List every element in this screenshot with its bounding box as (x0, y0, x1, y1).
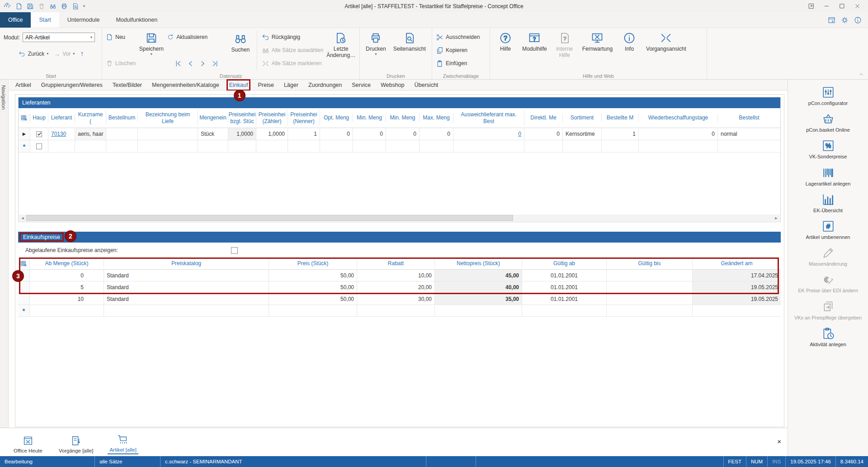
lieferant-link[interactable]: 70130 (51, 131, 66, 137)
col-direktlieferung[interactable]: Direktl. Me (524, 114, 563, 122)
scrollbar-thumb[interactable] (26, 215, 513, 221)
col-wiederbeschaffungstage[interactable]: Wiederbeschaffungstage (639, 114, 718, 122)
cell-mengenein[interactable]: Stück (198, 128, 228, 140)
taskbar-item-vorgaenge[interactable]: Vorgänge [alle] (57, 434, 95, 454)
tab-service[interactable]: Service (352, 82, 371, 88)
sidebar-item-aktivitaet-anlegen[interactable]: Aktivität anlegen (788, 327, 868, 348)
scroll-right-icon[interactable]: ► (773, 214, 780, 221)
module-help-button[interactable]: Modulhilfe (520, 31, 549, 53)
col-mengenein[interactable]: Mengenein (198, 114, 228, 122)
sidebar-item-pcon-configurator[interactable]: pCon.configurator (788, 86, 868, 106)
select-all-records-button[interactable]: Alle Sätze auswählen (262, 45, 324, 56)
col-preiseinheit-zaehler[interactable]: Preiseinhei (Zähler) (256, 110, 288, 125)
cell-opt-menge[interactable]: 0 (320, 128, 353, 140)
col-bestellte-menge[interactable]: Bestellte M (602, 114, 639, 122)
col-geaendert-am[interactable]: Geändert am (693, 259, 781, 267)
sidebar-item-pcon-basket[interactable]: pCon.basket Online (788, 112, 868, 133)
expired-prices-checkbox[interactable] (231, 247, 238, 254)
tab-laeger[interactable]: Läger (284, 82, 298, 88)
save-button[interactable]: Speichern ▾ (138, 31, 164, 57)
col-sortiment[interactable]: Sortiment (563, 114, 602, 122)
process-view-button[interactable]: Vorgangsansicht (644, 31, 689, 53)
col-min-menge-1[interactable]: Min. Meng (353, 114, 386, 122)
forward-button[interactable]: →Vor▾ (54, 48, 75, 59)
cell-preiskatalog[interactable]: Standard (104, 270, 269, 281)
delete-button[interactable]: Löschen (106, 58, 136, 69)
col-preiseinheit-stueck[interactable]: Preiseinhei bzgl. Stüc (228, 110, 256, 125)
cell-nettopreis[interactable]: 35,00 (435, 293, 522, 305)
col-gueltig-bis[interactable]: Gültig bis (607, 259, 693, 267)
haup-checkbox[interactable] (30, 128, 48, 140)
cell-bestellnum[interactable] (106, 128, 138, 140)
cell-preiskatalog[interactable]: Standard (104, 281, 269, 293)
cut-button[interactable]: Ausschneiden (436, 32, 480, 43)
delete-icon[interactable] (38, 3, 45, 10)
col-ab-menge[interactable]: Ab Menge (Stück) (30, 259, 104, 267)
col-preis[interactable]: Preis (Stück) (269, 259, 357, 267)
cell-ab-menge[interactable]: 5 (30, 281, 104, 293)
back-button[interactable]: Zurück▾ (18, 48, 49, 59)
sidebar-item-ek-uebersicht[interactable]: EK-Übersicht (788, 193, 868, 214)
undo-button[interactable]: Rückgängig (262, 32, 324, 43)
cell-ab-menge[interactable]: 0 (30, 270, 104, 281)
cell-min-menge-1[interactable]: 0 (353, 128, 386, 140)
navigation-strip[interactable]: Navigation (0, 80, 9, 428)
new-document-icon[interactable] (15, 3, 23, 10)
cell-bestellte-menge[interactable]: 1 (602, 128, 639, 140)
taskbar-item-office-heute[interactable]: Office Heute (12, 434, 44, 454)
cell-rabatt[interactable]: 20,00 (357, 281, 435, 293)
tab-artikel[interactable]: Artikel (15, 82, 31, 88)
cell-ab-menge[interactable]: 10 (30, 293, 104, 305)
col-opt-menge[interactable]: Opt. Meng (320, 114, 353, 122)
help-button[interactable]: Hilfe (494, 31, 517, 53)
tab-gruppierungen[interactable]: Gruppierungen/Weiteres (41, 82, 103, 88)
ausweichlieferant-link[interactable]: 0 (518, 131, 521, 137)
price-row-2[interactable]: 5 Standard 50,00 20,00 40,00 01.01.2001 … (18, 281, 781, 293)
einkaufspreise-new-row[interactable]: * (18, 305, 781, 317)
page-preview-icon[interactable] (72, 3, 79, 10)
scroll-left-icon[interactable]: ◄ (19, 214, 26, 221)
taskbar-item-artikel[interactable]: Artikel [alle] (108, 433, 138, 454)
col-lieferant[interactable]: Lieferant (48, 114, 75, 122)
paste-button[interactable]: Einfügen (436, 58, 480, 69)
menu-tab-start[interactable]: Start (31, 12, 59, 28)
close-module-icon[interactable]: × (777, 438, 781, 445)
refresh-button[interactable]: Aktualisieren (167, 32, 226, 43)
cell-kurzname[interactable]: aeris, haar (75, 128, 106, 140)
cell-max-menge[interactable]: 0 (420, 128, 453, 140)
tab-mengeneinheiten[interactable]: Mengeneinheiten/Kataloge (152, 82, 219, 88)
close-window-icon[interactable] (851, 1, 863, 11)
cell-sortiment[interactable]: Kernsortime (563, 128, 602, 140)
print-button[interactable]: Drucken ▾ (363, 31, 388, 57)
col-preiseinheit-nenner[interactable]: Preiseinhei (Nenner) (288, 110, 320, 125)
tab-texte-bilder[interactable]: Texte/Bilder (113, 82, 142, 88)
cell-gueltig-ab[interactable]: 01.01.2001 (522, 281, 607, 293)
print-icon[interactable] (61, 3, 68, 10)
col-kurzname[interactable]: Kurzname ( (75, 110, 106, 125)
col-nettopreis[interactable]: Nettopreis (Stück) (435, 259, 522, 267)
next-record-icon[interactable] (199, 60, 207, 67)
search-icon[interactable] (49, 3, 57, 10)
cell-gueltig-bis[interactable] (607, 270, 693, 281)
sidebar-item-artikel-umbenennen[interactable]: Artikel umbenennen (788, 219, 868, 240)
menu-tab-modulfunktionen[interactable]: Modulfunktionen (108, 12, 165, 28)
expand-window-icon[interactable] (805, 1, 817, 11)
cell-geaendert-am[interactable]: 19.05.2025 (693, 281, 781, 293)
gear-icon[interactable] (841, 16, 849, 24)
last-record-icon[interactable] (211, 60, 219, 67)
horizontal-scrollbar[interactable]: ◄ ► (19, 214, 780, 221)
cell-gueltig-bis[interactable] (607, 293, 693, 305)
cell-preiskatalog[interactable]: Standard (104, 293, 269, 305)
cell-rabatt[interactable]: 30,00 (357, 293, 435, 305)
internal-help-button[interactable]: interne Hilfe (552, 31, 577, 60)
info-button[interactable]: Info (618, 31, 641, 53)
cell-preis[interactable]: 50,00 (269, 281, 357, 293)
cell-pe-zaehler[interactable]: 1,0000 (256, 128, 288, 140)
cell-nettopreis[interactable]: 45,00 (435, 270, 522, 281)
price-row-3[interactable]: 10 Standard 50,00 30,00 35,00 01.01.2001… (18, 293, 781, 305)
quick-access-dropdown-icon[interactable]: ▾ (83, 5, 85, 8)
save-icon[interactable] (27, 3, 34, 10)
page-view-button[interactable]: Seitenansicht (391, 31, 428, 53)
sidebar-item-vk-sonderpreise[interactable]: VK-Sonderpreise (788, 139, 868, 160)
tab-zuordnungen[interactable]: Zuordnungen (308, 82, 342, 88)
